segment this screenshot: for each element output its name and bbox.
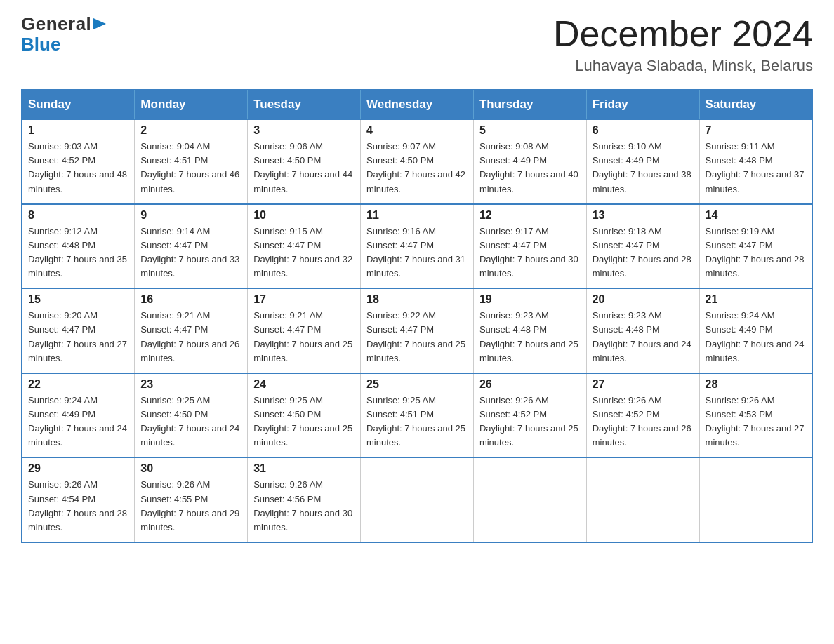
calendar-day-cell: 25 Sunrise: 9:25 AMSunset: 4:51 PMDaylig… [361, 373, 474, 458]
day-number: 12 [479, 209, 581, 222]
day-number: 9 [140, 209, 241, 222]
day-info: Sunrise: 9:26 AMSunset: 4:55 PMDaylight:… [140, 478, 241, 535]
day-info: Sunrise: 9:20 AMSunset: 4:47 PMDaylight:… [28, 309, 128, 365]
day-of-week-header: Tuesday [248, 90, 361, 119]
calendar-day-cell [586, 457, 699, 542]
day-info: Sunrise: 9:26 AMSunset: 4:56 PMDaylight:… [253, 478, 355, 535]
day-info: Sunrise: 9:04 AMSunset: 4:51 PMDaylight:… [140, 140, 241, 196]
calendar-week-row: 8 Sunrise: 9:12 AMSunset: 4:48 PMDayligh… [22, 204, 812, 289]
calendar-day-cell [361, 457, 474, 542]
calendar-day-cell: 15 Sunrise: 9:20 AMSunset: 4:47 PMDaylig… [22, 288, 135, 373]
logo-triangle-icon [93, 16, 106, 33]
day-number: 11 [366, 209, 468, 222]
calendar-header-row: SundayMondayTuesdayWednesdayThursdayFrid… [22, 90, 812, 119]
day-number: 16 [140, 293, 241, 306]
calendar-day-cell: 28 Sunrise: 9:26 AMSunset: 4:53 PMDaylig… [699, 373, 812, 458]
calendar-day-cell: 4 Sunrise: 9:07 AMSunset: 4:50 PMDayligh… [361, 119, 474, 204]
calendar-day-cell: 18 Sunrise: 9:22 AMSunset: 4:47 PMDaylig… [361, 288, 474, 373]
day-number: 18 [366, 293, 468, 306]
calendar-table: SundayMondayTuesdayWednesdayThursdayFrid… [21, 89, 813, 543]
day-number: 4 [366, 124, 468, 137]
day-number: 23 [140, 378, 241, 391]
day-of-week-header: Monday [135, 90, 248, 119]
day-info: Sunrise: 9:23 AMSunset: 4:48 PMDaylight:… [593, 309, 694, 365]
day-number: 15 [28, 293, 128, 306]
calendar-day-cell: 17 Sunrise: 9:21 AMSunset: 4:47 PMDaylig… [248, 288, 361, 373]
day-of-week-header: Friday [586, 90, 699, 119]
day-number: 14 [706, 209, 806, 222]
day-of-week-header: Wednesday [361, 90, 474, 119]
day-info: Sunrise: 9:03 AMSunset: 4:52 PMDaylight:… [28, 140, 128, 196]
calendar-day-cell: 31 Sunrise: 9:26 AMSunset: 4:56 PMDaylig… [248, 457, 361, 542]
day-number: 26 [479, 378, 581, 391]
svg-marker-0 [93, 18, 106, 29]
day-info: Sunrise: 9:15 AMSunset: 4:47 PMDaylight:… [253, 224, 355, 281]
day-info: Sunrise: 9:24 AMSunset: 4:49 PMDaylight:… [706, 309, 806, 365]
calendar-day-cell: 22 Sunrise: 9:24 AMSunset: 4:49 PMDaylig… [22, 373, 135, 458]
calendar-day-cell: 26 Sunrise: 9:26 AMSunset: 4:52 PMDaylig… [473, 373, 586, 458]
day-number: 3 [253, 124, 355, 137]
day-info: Sunrise: 9:16 AMSunset: 4:47 PMDaylight:… [366, 224, 468, 281]
day-number: 30 [140, 462, 241, 475]
day-info: Sunrise: 9:25 AMSunset: 4:50 PMDaylight:… [140, 394, 241, 450]
logo-blue: Blue [21, 34, 60, 55]
day-number: 22 [28, 378, 128, 391]
day-number: 1 [28, 124, 128, 137]
calendar-day-cell: 20 Sunrise: 9:23 AMSunset: 4:48 PMDaylig… [586, 288, 699, 373]
day-info: Sunrise: 9:11 AMSunset: 4:48 PMDaylight:… [706, 140, 806, 196]
day-info: Sunrise: 9:26 AMSunset: 4:54 PMDaylight:… [28, 478, 128, 535]
calendar-day-cell: 24 Sunrise: 9:25 AMSunset: 4:50 PMDaylig… [248, 373, 361, 458]
calendar-day-cell: 30 Sunrise: 9:26 AMSunset: 4:55 PMDaylig… [135, 457, 248, 542]
calendar-day-cell [699, 457, 812, 542]
calendar-day-cell: 7 Sunrise: 9:11 AMSunset: 4:48 PMDayligh… [699, 119, 812, 204]
day-number: 17 [253, 293, 355, 306]
calendar-day-cell: 9 Sunrise: 9:14 AMSunset: 4:47 PMDayligh… [135, 204, 248, 289]
day-info: Sunrise: 9:10 AMSunset: 4:49 PMDaylight:… [593, 140, 694, 196]
day-info: Sunrise: 9:07 AMSunset: 4:50 PMDaylight:… [366, 140, 468, 196]
day-number: 7 [706, 124, 806, 137]
logo-general: General [21, 14, 91, 34]
day-info: Sunrise: 9:23 AMSunset: 4:48 PMDaylight:… [479, 309, 581, 365]
calendar-day-cell: 5 Sunrise: 9:08 AMSunset: 4:49 PMDayligh… [473, 119, 586, 204]
calendar-day-cell: 19 Sunrise: 9:23 AMSunset: 4:48 PMDaylig… [473, 288, 586, 373]
day-number: 13 [593, 209, 694, 222]
title-block: December 2024 Luhavaya Slabada, Minsk, B… [553, 14, 813, 75]
day-info: Sunrise: 9:24 AMSunset: 4:49 PMDaylight:… [28, 394, 128, 450]
calendar-day-cell: 1 Sunrise: 9:03 AMSunset: 4:52 PMDayligh… [22, 119, 135, 204]
day-info: Sunrise: 9:22 AMSunset: 4:47 PMDaylight:… [366, 309, 468, 365]
calendar-day-cell: 23 Sunrise: 9:25 AMSunset: 4:50 PMDaylig… [135, 373, 248, 458]
day-info: Sunrise: 9:25 AMSunset: 4:50 PMDaylight:… [253, 394, 355, 450]
page-header: General Blue December 2024 Luhavaya Slab… [21, 14, 813, 75]
calendar-day-cell: 12 Sunrise: 9:17 AMSunset: 4:47 PMDaylig… [473, 204, 586, 289]
day-number: 5 [479, 124, 581, 137]
day-info: Sunrise: 9:06 AMSunset: 4:50 PMDaylight:… [253, 140, 355, 196]
calendar-day-cell: 3 Sunrise: 9:06 AMSunset: 4:50 PMDayligh… [248, 119, 361, 204]
month-title: December 2024 [553, 14, 813, 54]
location-subtitle: Luhavaya Slabada, Minsk, Belarus [553, 57, 813, 75]
day-number: 10 [253, 209, 355, 222]
day-of-week-header: Thursday [473, 90, 586, 119]
day-info: Sunrise: 9:14 AMSunset: 4:47 PMDaylight:… [140, 224, 241, 281]
day-info: Sunrise: 9:17 AMSunset: 4:47 PMDaylight:… [479, 224, 581, 281]
day-info: Sunrise: 9:21 AMSunset: 4:47 PMDaylight:… [140, 309, 241, 365]
calendar-day-cell: 8 Sunrise: 9:12 AMSunset: 4:48 PMDayligh… [22, 204, 135, 289]
day-info: Sunrise: 9:26 AMSunset: 4:53 PMDaylight:… [706, 394, 806, 450]
calendar-day-cell [473, 457, 586, 542]
day-number: 21 [706, 293, 806, 306]
day-info: Sunrise: 9:18 AMSunset: 4:47 PMDaylight:… [593, 224, 694, 281]
calendar-day-cell: 11 Sunrise: 9:16 AMSunset: 4:47 PMDaylig… [361, 204, 474, 289]
day-of-week-header: Saturday [699, 90, 812, 119]
calendar-day-cell: 10 Sunrise: 9:15 AMSunset: 4:47 PMDaylig… [248, 204, 361, 289]
day-number: 2 [140, 124, 241, 137]
calendar-day-cell: 21 Sunrise: 9:24 AMSunset: 4:49 PMDaylig… [699, 288, 812, 373]
day-info: Sunrise: 9:19 AMSunset: 4:47 PMDaylight:… [706, 224, 806, 281]
day-info: Sunrise: 9:25 AMSunset: 4:51 PMDaylight:… [366, 394, 468, 450]
calendar-week-row: 22 Sunrise: 9:24 AMSunset: 4:49 PMDaylig… [22, 373, 812, 458]
day-number: 25 [366, 378, 468, 391]
calendar-week-row: 1 Sunrise: 9:03 AMSunset: 4:52 PMDayligh… [22, 119, 812, 204]
day-info: Sunrise: 9:26 AMSunset: 4:52 PMDaylight:… [479, 394, 581, 450]
calendar-week-row: 29 Sunrise: 9:26 AMSunset: 4:54 PMDaylig… [22, 457, 812, 542]
logo: General Blue [21, 14, 106, 54]
calendar-day-cell: 13 Sunrise: 9:18 AMSunset: 4:47 PMDaylig… [586, 204, 699, 289]
calendar-day-cell: 27 Sunrise: 9:26 AMSunset: 4:52 PMDaylig… [586, 373, 699, 458]
